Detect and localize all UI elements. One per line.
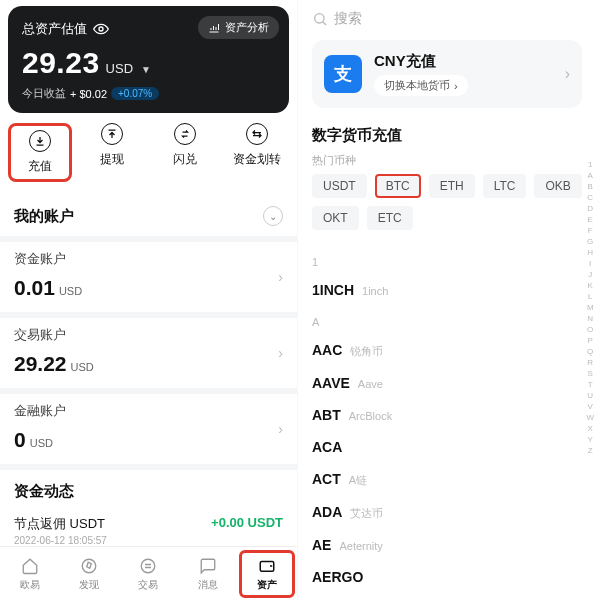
hot-coins-label: 热门币种 (298, 153, 596, 174)
index-Z[interactable]: Z (586, 446, 594, 456)
coin-chip-eth[interactable]: ETH (429, 174, 475, 198)
asset-analysis-button[interactable]: 资产分析 (198, 16, 279, 39)
index-K[interactable]: K (586, 281, 594, 291)
index-E[interactable]: E (586, 215, 594, 225)
today-pct: +0.07% (111, 87, 159, 100)
coin-chip-okb[interactable]: OKB (534, 174, 581, 198)
index-B[interactable]: B (586, 182, 594, 192)
index-W[interactable]: W (586, 413, 594, 423)
svg-point-0 (99, 27, 103, 31)
chevron-right-icon: › (278, 269, 283, 285)
coin-row-aac[interactable]: AAC锐角币 (312, 334, 582, 367)
coin-chip-etc[interactable]: ETC (367, 206, 413, 230)
index-R[interactable]: R (586, 358, 594, 368)
index-C[interactable]: C (586, 193, 594, 203)
funds-activity-title: 资金动态 (0, 464, 297, 509)
coin-row-ada[interactable]: ADA艾达币 (312, 496, 582, 529)
coin-row-act[interactable]: ACTA链 (312, 463, 582, 496)
coin-row-aca[interactable]: ACA (312, 431, 582, 463)
activity-row[interactable]: 节点返佣 USDT 2022-06-12 18:05:57 +0.00 USDT (0, 509, 297, 546)
section-letter: A (312, 316, 582, 328)
index-M[interactable]: M (586, 303, 594, 313)
index-X[interactable]: X (586, 424, 594, 434)
tab-messages[interactable]: 消息 (180, 556, 236, 592)
index-T[interactable]: T (586, 380, 594, 390)
account-funding[interactable]: 资金账户 0.01 USD › (0, 236, 297, 312)
coin-row-aergo[interactable]: AERGO (312, 561, 582, 593)
svg-point-1 (82, 559, 96, 573)
chevron-right-icon: › (454, 80, 458, 92)
switch-currency-button[interactable]: 切换本地货币 › (374, 75, 468, 96)
index-O[interactable]: O (586, 325, 594, 335)
transfer-icon (246, 123, 268, 145)
index-U[interactable]: U (586, 391, 594, 401)
bottom-tab-bar: 欧易 发现 交易 消息 资产 (0, 546, 297, 600)
index-Y[interactable]: Y (586, 435, 594, 445)
index-G[interactable]: G (586, 237, 594, 247)
index-I[interactable]: I (586, 259, 594, 269)
account-trading[interactable]: 交易账户 29.22 USD › (0, 312, 297, 388)
coin-list: 11INCH1inchAAAC锐角币AAVEAaveABTArcBlockACA… (298, 240, 596, 593)
transfer-button[interactable]: 资金划转 (225, 123, 289, 182)
account-finance[interactable]: 金融账户 0 USD › (0, 388, 297, 464)
svg-point-4 (315, 14, 324, 23)
chevron-right-icon: › (278, 345, 283, 361)
asset-title: 总资产估值 (22, 20, 87, 38)
coin-row-aave[interactable]: AAVEAave (312, 367, 582, 399)
coin-chip-usdt[interactable]: USDT (312, 174, 367, 198)
coin-chip-ltc[interactable]: LTC (483, 174, 527, 198)
message-icon (198, 556, 218, 576)
search-row[interactable]: 搜索 (298, 0, 596, 36)
cny-deposit-card[interactable]: 支 CNY充值 切换本地货币 › › (312, 40, 582, 108)
tab-trade[interactable]: 交易 (120, 556, 176, 592)
my-accounts-title: 我的账户 (14, 207, 74, 226)
eye-icon[interactable] (93, 21, 109, 37)
index-H[interactable]: H (586, 248, 594, 258)
today-label: 今日收益 (22, 86, 66, 101)
coin-row-abt[interactable]: ABTArcBlock (312, 399, 582, 431)
total-asset-value: 29.23 (22, 46, 100, 80)
index-N[interactable]: N (586, 314, 594, 324)
today-change: + $0.02 (70, 88, 107, 100)
index-L[interactable]: L (586, 292, 594, 302)
collapse-icon[interactable]: ⌄ (263, 206, 283, 226)
action-row: 充值 提现 闪兑 资金划转 (0, 113, 297, 200)
swap-button[interactable]: 闪兑 (153, 123, 217, 182)
section-letter: 1 (312, 256, 582, 268)
coin-chip-okt[interactable]: OKT (312, 206, 359, 230)
home-icon (20, 556, 40, 576)
asset-unit: USD (106, 61, 133, 76)
cny-title: CNY充值 (374, 52, 468, 71)
index-D[interactable]: D (586, 204, 594, 214)
chevron-right-icon: › (278, 421, 283, 437)
coin-chip-btc[interactable]: BTC (375, 174, 421, 198)
asset-summary-card: 总资产估值 资产分析 29.23 USD ▼ 今日收益 + $0.02 +0.0… (8, 6, 289, 113)
index-V[interactable]: V (586, 402, 594, 412)
deposit-icon (29, 130, 51, 152)
withdraw-icon (101, 123, 123, 145)
index-Q[interactable]: Q (586, 347, 594, 357)
index-A[interactable]: A (586, 171, 594, 181)
svg-point-2 (142, 559, 156, 573)
index-S[interactable]: S (586, 369, 594, 379)
wallet-icon (257, 556, 277, 576)
chevron-right-icon: › (565, 65, 570, 83)
alipay-icon: 支 (324, 55, 362, 93)
tab-discover[interactable]: 发现 (61, 556, 117, 592)
tab-assets[interactable]: 资产 (239, 550, 295, 598)
index-J[interactable]: J (586, 270, 594, 280)
index-P[interactable]: P (586, 336, 594, 346)
index-F[interactable]: F (586, 226, 594, 236)
trade-icon (138, 556, 158, 576)
tab-home[interactable]: 欧易 (2, 556, 58, 592)
withdraw-button[interactable]: 提现 (80, 123, 144, 182)
chevron-down-icon[interactable]: ▼ (141, 64, 151, 75)
search-icon (312, 11, 328, 27)
swap-icon (174, 123, 196, 145)
compass-icon (79, 556, 99, 576)
coin-row-1inch[interactable]: 1INCH1inch (312, 274, 582, 306)
deposit-button[interactable]: 充值 (8, 123, 72, 182)
index-1[interactable]: 1 (586, 160, 594, 170)
coin-row-ae[interactable]: AEAeternity (312, 529, 582, 561)
alphabet-index[interactable]: 1ABCDEFGHIJKLMNOPQRSTUVWXYZ (586, 160, 594, 456)
